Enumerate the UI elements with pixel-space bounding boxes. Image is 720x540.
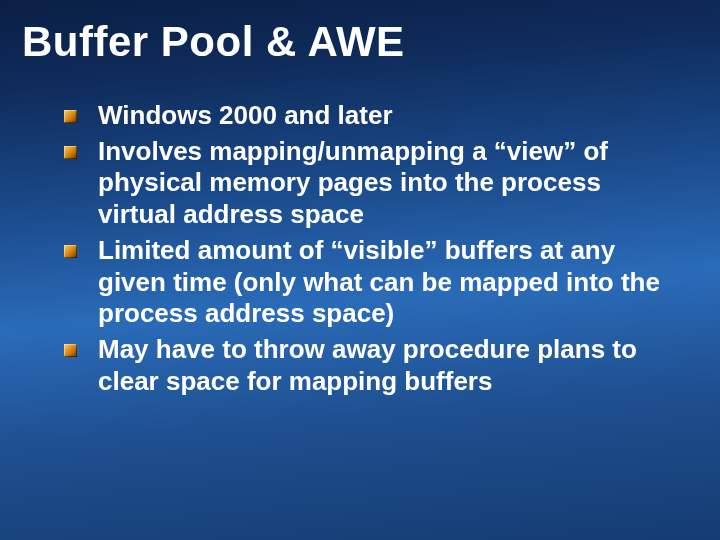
list-item: Involves mapping/unmapping a “view” of p… [64,136,660,231]
bullet-list: Windows 2000 and later Involves mapping/… [64,100,660,397]
list-item: Windows 2000 and later [64,100,660,132]
slide: Buffer Pool & AWE Windows 2000 and later… [0,0,720,540]
list-item: Limited amount of “visible” buffers at a… [64,235,660,330]
slide-content: Windows 2000 and later Involves mapping/… [0,66,720,397]
slide-title: Buffer Pool & AWE [0,0,720,66]
list-item: May have to throw away procedure plans t… [64,334,660,397]
